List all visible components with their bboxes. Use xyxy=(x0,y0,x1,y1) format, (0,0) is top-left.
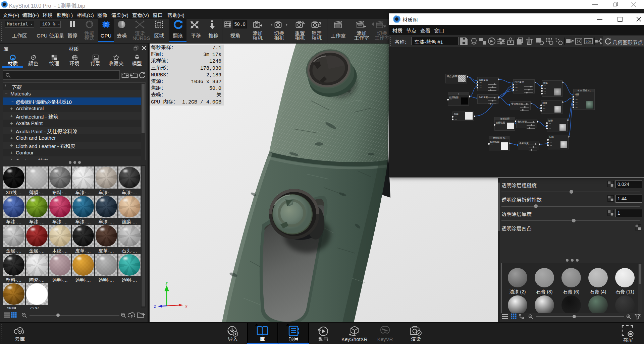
svg-text:x: x xyxy=(185,303,187,308)
svg-text:100: 100 xyxy=(586,40,591,43)
svg-text:G: G xyxy=(105,23,108,27)
svg-text:y: y xyxy=(165,280,168,285)
svg-text:z: z xyxy=(154,303,156,309)
